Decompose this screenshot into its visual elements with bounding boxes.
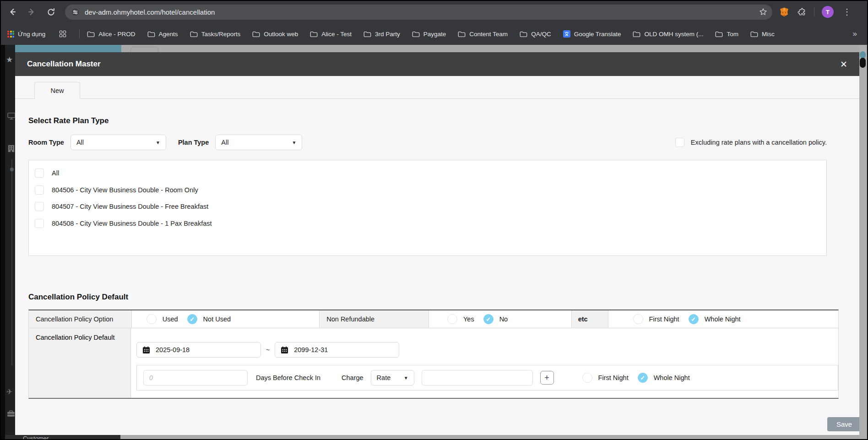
used-cell: Used Not Used bbox=[132, 310, 320, 328]
section-heading-policy-default: Cancellation Policy Default bbox=[28, 293, 861, 302]
bookmark-star-icon[interactable] bbox=[759, 7, 768, 16]
used-label: Used bbox=[163, 315, 178, 323]
folder-icon bbox=[750, 31, 758, 38]
rate-plan-label: All bbox=[52, 169, 59, 177]
bookmarks-divider bbox=[79, 29, 80, 38]
bookmark-label: 3rd Party bbox=[375, 31, 400, 38]
folder-icon bbox=[252, 31, 260, 38]
bookmarks-overflow-icon[interactable]: » bbox=[853, 29, 861, 38]
plan-type-select[interactable]: All ▼ bbox=[215, 135, 302, 150]
radio-rule-first-night[interactable]: First Night bbox=[582, 373, 629, 383]
room-type-select[interactable]: All ▼ bbox=[71, 135, 166, 150]
charge-amount-input[interactable] bbox=[422, 370, 533, 386]
menu-kebab-icon[interactable]: ⋮ bbox=[841, 8, 853, 16]
rate-plan-list: All 804506 - City View Business Double -… bbox=[28, 160, 827, 256]
sidebar-airplane-icon: ✈ bbox=[6, 387, 12, 396]
folder-icon bbox=[520, 31, 527, 38]
bookmark-folder[interactable]: Misc bbox=[750, 31, 775, 38]
first-night-label: First Night bbox=[649, 315, 679, 323]
rate-plan-row: 804507 - City View Business Double - Fre… bbox=[29, 198, 826, 215]
metamask-extension-icon[interactable] bbox=[779, 6, 790, 17]
charge-type-select[interactable]: Rate ▼ bbox=[371, 370, 414, 386]
bookmark-label: Alice - PROD bbox=[98, 31, 135, 38]
bookmarks-bar: Ứng dụng Alice - PROD Agents Tasks/Repor… bbox=[1, 23, 867, 45]
rate-plan-checkbox[interactable] bbox=[35, 202, 44, 211]
date-from-input[interactable]: 2025-09-18 bbox=[136, 342, 261, 358]
charge-type-value: Rate bbox=[377, 374, 391, 381]
page-sidebar-strip: ★ ✈ bbox=[5, 45, 15, 440]
yes-label: Yes bbox=[463, 315, 474, 323]
bookmark-folder[interactable]: Paygate bbox=[412, 31, 446, 38]
customer-label: Customer bbox=[23, 435, 49, 440]
extensions-icon[interactable] bbox=[797, 7, 807, 17]
modal-footer: Save bbox=[28, 417, 861, 431]
close-icon[interactable]: ✕ bbox=[840, 60, 847, 69]
radio-nonref-no[interactable]: No bbox=[483, 314, 508, 324]
folder-icon bbox=[310, 31, 318, 38]
bookmark-google-translate[interactable]: Google Translate bbox=[563, 30, 621, 38]
bookmark-folder[interactable]: 3rd Party bbox=[363, 31, 400, 38]
site-privacy-icon[interactable] bbox=[71, 8, 79, 16]
radio-etc-whole-night[interactable]: Whole Night bbox=[689, 314, 741, 324]
add-rule-button[interactable]: + bbox=[540, 371, 554, 385]
folder-icon bbox=[147, 31, 155, 38]
bookmark-folder[interactable]: Alice - PROD bbox=[87, 31, 135, 38]
profile-avatar[interactable]: T bbox=[822, 6, 834, 18]
bookmark-folder[interactable]: Tasks/Reports bbox=[190, 31, 241, 38]
reload-icon[interactable] bbox=[43, 4, 59, 20]
rate-plan-label: 804506 - City View Business Double - Roo… bbox=[52, 186, 198, 194]
radio-rule-whole-night[interactable]: Whole Night bbox=[638, 373, 690, 383]
browser-toolbar: dev-adm.ohmyhotel.com/hotel/cancellation… bbox=[1, 1, 867, 23]
tab-new[interactable]: New bbox=[34, 82, 80, 99]
radio-nonref-yes[interactable]: Yes bbox=[447, 314, 474, 324]
bookmark-folder[interactable]: Tom bbox=[715, 31, 738, 38]
bookmark-folder[interactable]: Content Team bbox=[458, 31, 508, 38]
no-label: No bbox=[499, 315, 508, 323]
calendar-icon bbox=[142, 346, 150, 354]
date-to-input[interactable]: 2099-12-31 bbox=[275, 342, 399, 358]
date-from-value: 2025-09-18 bbox=[156, 346, 190, 353]
forward-icon[interactable] bbox=[24, 4, 39, 20]
bookmark-folder[interactable]: Agents bbox=[147, 31, 178, 38]
folder-icon bbox=[190, 31, 198, 38]
policy-option-row: Cancellation Policy Option Used Not Used bbox=[29, 310, 838, 328]
url-text: dev-adm.ohmyhotel.com/hotel/cancellation bbox=[85, 8, 759, 16]
days-before-input[interactable] bbox=[143, 370, 248, 386]
policy-option-row-label: Cancellation Policy Option bbox=[29, 310, 132, 328]
apps-grid-icon bbox=[7, 31, 14, 38]
page-scrollbar[interactable] bbox=[859, 45, 866, 440]
caret-down-icon: ▼ bbox=[156, 140, 160, 145]
bookmark-folder[interactable]: Alice - Test bbox=[310, 31, 352, 38]
radio-etc-first-night[interactable]: First Night bbox=[633, 314, 679, 324]
rate-plan-label: 804508 - City View Business Double - 1 P… bbox=[52, 220, 212, 227]
avatar-letter: T bbox=[826, 9, 830, 16]
rate-plan-checkbox[interactable] bbox=[35, 168, 44, 178]
url-bar[interactable]: dev-adm.ohmyhotel.com/hotel/cancellation bbox=[65, 5, 772, 20]
radio-option-not-used[interactable]: Not Used bbox=[187, 314, 231, 324]
rate-plan-label: 804507 - City View Business Double - Fre… bbox=[52, 203, 208, 210]
save-button[interactable]: Save bbox=[827, 417, 861, 431]
rule-night-group: First Night Whole Night bbox=[582, 373, 690, 383]
rate-plan-checkbox[interactable] bbox=[35, 185, 44, 195]
radio-option-used[interactable]: Used bbox=[146, 314, 178, 324]
sidebar-briefcase-icon bbox=[7, 410, 15, 417]
rate-plan-row: 804506 - City View Business Double - Roo… bbox=[29, 182, 826, 199]
date-range: 2025-09-18 ~ 2099-12-31 bbox=[136, 342, 838, 358]
bookmark-folder[interactable]: QA/QC bbox=[520, 31, 551, 38]
rate-plan-checkbox[interactable] bbox=[35, 219, 44, 228]
rate-plan-row: All bbox=[29, 165, 826, 182]
excluding-label: Excluding rate plans with a cancellation… bbox=[691, 139, 827, 146]
reading-list-grid-icon[interactable] bbox=[59, 30, 66, 38]
dimmed-bottom-strip bbox=[5, 435, 861, 440]
apps-shortcut[interactable]: Ứng dụng bbox=[7, 31, 45, 38]
back-icon[interactable] bbox=[5, 4, 20, 20]
bookmark-label: Outlook web bbox=[264, 31, 298, 38]
toolbar-right: T ⋮ bbox=[779, 6, 853, 18]
non-refundable-cell: Yes No bbox=[429, 310, 572, 328]
radio-checked-icon bbox=[187, 314, 197, 324]
excluding-checkbox[interactable] bbox=[675, 138, 684, 147]
modal-title: Cancellation Master bbox=[27, 60, 101, 69]
bookmark-folder[interactable]: OLD OMH system (... bbox=[633, 31, 703, 38]
bookmark-folder[interactable]: Outlook web bbox=[252, 31, 298, 38]
scrollbar-thumb[interactable] bbox=[860, 58, 866, 68]
